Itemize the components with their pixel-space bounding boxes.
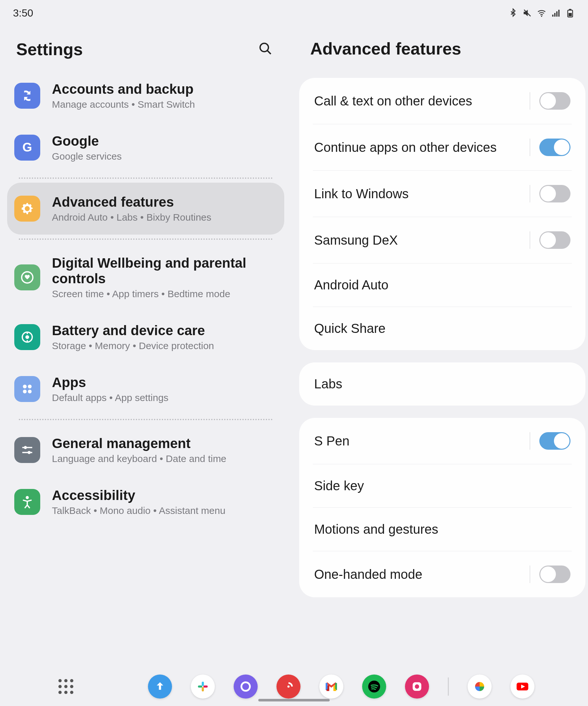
settings-card: Call & text on other devicesContinue app… (299, 78, 585, 350)
svg-point-33 (415, 684, 419, 689)
toggle-samsung-dex[interactable] (539, 231, 571, 249)
separator (530, 185, 530, 202)
row-s-pen[interactable]: S Pen (299, 418, 585, 464)
battery-icon (565, 8, 575, 18)
svg-point-18 (28, 390, 32, 394)
settings-item-google[interactable]: GGoogleGoogle services (7, 122, 284, 173)
mute-icon (522, 8, 532, 18)
svg-rect-27 (203, 685, 207, 688)
toggle-link-to-windows[interactable] (539, 185, 571, 202)
settings-item-subtitle: Manage accounts • Smart Switch (52, 99, 195, 110)
settings-item-battery-and-device-care[interactable]: Battery and device careStorage • Memory … (7, 311, 284, 363)
row-samsung-dex[interactable]: Samsung DeX (299, 217, 585, 263)
settings-item-digital-wellbeing-and-parental-controls[interactable]: Digital Wellbeing and parental controlsS… (7, 244, 284, 311)
row-link-to-windows[interactable]: Link to Windows (299, 171, 585, 217)
dock-app-internet[interactable] (234, 674, 258, 699)
settings-item-subtitle: TalkBack • Mono audio • Assistant menu (52, 505, 226, 516)
row-label: Side key (314, 478, 571, 493)
home-indicator[interactable] (258, 699, 330, 701)
toggle-one-handed-mode[interactable] (539, 565, 571, 583)
settings-item-title: Google (52, 133, 122, 149)
svg-point-30 (287, 685, 289, 688)
search-button[interactable] (256, 39, 275, 60)
row-quick-share[interactable]: Quick Share (299, 307, 585, 350)
svg-point-17 (23, 390, 27, 394)
svg-rect-5 (558, 10, 560, 16)
row-label: Continue apps on other devices (314, 140, 530, 155)
settings-item-title: General management (52, 436, 227, 451)
separator (530, 92, 530, 110)
dock-app-pocketcasts[interactable] (276, 674, 301, 699)
settings-master-pane: Settings Accounts and backupManage accou… (0, 26, 294, 667)
section-divider (19, 178, 273, 179)
toggle-s-pen[interactable] (539, 432, 571, 450)
settings-card: Labs (299, 362, 585, 405)
row-android-auto[interactable]: Android Auto (299, 264, 585, 307)
separator (530, 139, 530, 156)
svg-rect-8 (569, 9, 572, 10)
settings-item-subtitle: Language and keyboard • Date and time (52, 453, 227, 464)
svg-point-15 (23, 385, 27, 389)
settings-item-text: AccessibilityTalkBack • Mono audio • Ass… (52, 488, 226, 516)
settings-item-title: Battery and device care (52, 323, 214, 339)
gear-icon (14, 196, 40, 222)
row-label: Quick Share (314, 321, 571, 336)
svg-rect-2 (552, 14, 554, 16)
settings-item-accessibility[interactable]: AccessibilityTalkBack • Mono audio • Ass… (7, 476, 284, 528)
row-label: Link to Windows (314, 187, 530, 201)
app-drawer-button[interactable] (54, 674, 78, 699)
settings-item-general-management[interactable]: General managementLanguage and keyboard … (7, 424, 284, 476)
row-call-text-on-other-devices[interactable]: Call & text on other devices (299, 78, 585, 124)
svg-point-23 (26, 496, 29, 499)
status-time: 3:50 (13, 7, 33, 19)
row-label: Motions and gestures (314, 522, 571, 537)
heart-icon (14, 265, 40, 290)
svg-point-9 (260, 43, 269, 52)
toggle-call-text-on-other-devices[interactable] (539, 92, 571, 110)
dock-app-photos[interactable] (468, 674, 492, 699)
dock-app-slack[interactable] (191, 674, 215, 699)
dock-app-upload[interactable] (148, 674, 172, 699)
settings-item-accounts-and-backup[interactable]: Accounts and backupManage accounts • Sma… (7, 79, 284, 122)
status-icons (508, 8, 575, 18)
row-labs[interactable]: Labs (299, 362, 585, 405)
slide-icon (14, 437, 40, 463)
svg-point-14 (25, 335, 29, 339)
g-icon: G (14, 135, 40, 161)
settings-item-text: GoogleGoogle services (52, 133, 122, 162)
separator (530, 565, 530, 583)
row-continue-apps-on-other-devices[interactable]: Continue apps on other devices (299, 124, 585, 170)
row-one-handed-mode[interactable]: One-handed mode (299, 551, 585, 597)
sync-icon (14, 83, 40, 109)
settings-item-text: Battery and device careStorage • Memory … (52, 323, 214, 351)
dock-app-instagram[interactable] (405, 674, 429, 699)
row-side-key[interactable]: Side key (299, 464, 585, 507)
settings-item-advanced-features[interactable]: Advanced featuresAndroid Auto • Labs • B… (7, 183, 284, 235)
bluetooth-icon (508, 8, 518, 18)
settings-item-text: Accounts and backupManage accounts • Sma… (52, 81, 195, 110)
svg-rect-25 (198, 685, 202, 688)
settings-item-text: AppsDefault apps • App settings (52, 375, 168, 403)
apps-icon (14, 376, 40, 402)
settings-item-apps[interactable]: AppsDefault apps • App settings (7, 363, 284, 415)
row-motions-and-gestures[interactable]: Motions and gestures (299, 508, 585, 551)
row-label: Samsung DeX (314, 233, 530, 247)
dock-app-gmail[interactable] (319, 674, 343, 699)
svg-point-1 (541, 15, 542, 17)
svg-rect-24 (201, 682, 204, 686)
svg-rect-26 (201, 687, 204, 692)
dock-app-spotify[interactable] (362, 674, 386, 699)
settings-item-subtitle: Storage • Memory • Device protection (52, 340, 214, 351)
toggle-continue-apps-on-other-devices[interactable] (539, 139, 571, 156)
row-label: Android Auto (314, 278, 571, 292)
wifi-icon (537, 8, 546, 18)
settings-item-subtitle: Screen time • App timers • Bedtime mode (52, 288, 277, 300)
signal-icon (551, 8, 561, 18)
svg-rect-3 (554, 13, 555, 16)
settings-item-title: Advanced features (52, 194, 211, 210)
dock-separator (448, 677, 449, 696)
status-bar: 3:50 (0, 0, 588, 26)
svg-rect-4 (556, 11, 557, 16)
svg-point-22 (28, 451, 31, 454)
dock-app-youtube[interactable] (510, 674, 535, 699)
